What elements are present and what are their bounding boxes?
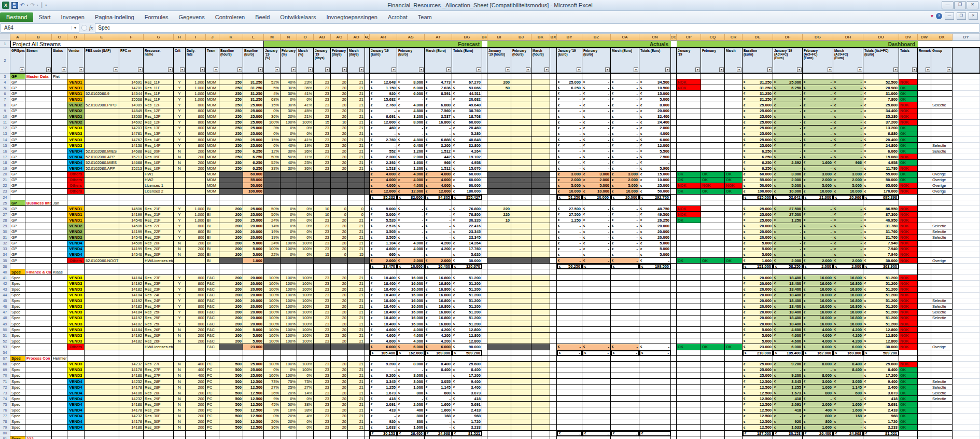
cell-A30[interactable]: GP xyxy=(10,229,25,235)
cell-N70[interactable]: 100% xyxy=(281,373,297,379)
cell-J36[interactable] xyxy=(206,264,219,269)
cell-I14[interactable]: 800 xyxy=(186,137,206,143)
cell-I78[interactable]: 200 xyxy=(186,419,206,425)
cell-DW78[interactable] xyxy=(918,419,931,425)
cell-I40[interactable] xyxy=(186,269,206,275)
cell-L36[interactable] xyxy=(243,264,264,269)
row-header-70[interactable]: 70 xyxy=(0,373,10,379)
cell-BK74[interactable] xyxy=(531,396,550,402)
cell-D67[interactable] xyxy=(67,356,85,362)
cell-C26[interactable] xyxy=(52,206,67,212)
cell-AB46[interactable]: 23 xyxy=(314,304,331,310)
cell-BI53[interactable] xyxy=(487,344,511,350)
cell-G8[interactable]: Res_12F xyxy=(144,102,174,108)
cell-DX33[interactable] xyxy=(931,246,953,252)
cell-G7[interactable]: Res_11F xyxy=(144,97,174,102)
cell-DV67[interactable] xyxy=(899,356,918,362)
cell-H27[interactable]: Y xyxy=(174,212,186,217)
cell-BY18[interactable]: €- xyxy=(557,160,582,166)
cell-DE26[interactable]: €25.000 xyxy=(743,206,773,212)
cell-G80[interactable] xyxy=(144,431,174,436)
cell-BX22[interactable] xyxy=(550,183,557,189)
cell-AD48[interactable]: 21 xyxy=(348,315,365,321)
cell-K25[interactable] xyxy=(219,200,243,206)
cell-DX26[interactable] xyxy=(931,206,953,212)
cell-BH79[interactable] xyxy=(482,425,487,431)
cell-CQ22[interactable]: NOK xyxy=(701,183,725,189)
cell-BK73[interactable] xyxy=(531,390,550,396)
cell-BH8[interactable] xyxy=(482,102,487,108)
cell-BY71[interactable] xyxy=(557,379,582,385)
cell-DY36[interactable] xyxy=(953,264,980,269)
cell-AT9[interactable]: €7.560 xyxy=(425,108,452,114)
cell-O31[interactable]: 0% xyxy=(297,235,314,241)
cell-CO54[interactable] xyxy=(671,350,677,356)
cell-O8[interactable]: 41% xyxy=(297,102,314,108)
undo-dropdown-icon[interactable]: ▾ xyxy=(26,3,28,8)
cell-L50[interactable]: 5.000 xyxy=(243,327,264,333)
cell-AB9[interactable]: 23 xyxy=(314,108,331,114)
cell-AR70[interactable]: €9.200 xyxy=(370,373,397,379)
field-header-CP[interactable]: January '19▼ xyxy=(677,48,701,74)
cell-BJ49[interactable] xyxy=(511,321,531,327)
cell-CP52[interactable] xyxy=(677,338,701,344)
cell-D20[interactable]: Others xyxy=(67,172,85,177)
cell-C29[interactable] xyxy=(52,223,67,229)
cell-C6[interactable] xyxy=(52,91,67,97)
cell-M46[interactable]: 100% xyxy=(264,304,281,310)
cell-BH44[interactable] xyxy=(482,293,487,298)
cell-DH40[interactable] xyxy=(833,269,863,275)
cell-N28[interactable]: 0% xyxy=(281,217,297,223)
cell-F18[interactable]: 14688 xyxy=(119,160,144,166)
cell-AD29[interactable]: 21 xyxy=(348,223,365,229)
cell-CR11[interactable] xyxy=(725,120,743,126)
cell-CO31[interactable] xyxy=(671,235,677,241)
cell-DW20[interactable] xyxy=(918,172,931,177)
cell-DF4[interactable]: €25.000 xyxy=(773,79,803,85)
cell-M21[interactable] xyxy=(264,177,281,183)
cell-DX32[interactable] xyxy=(931,241,953,246)
cell-BG31[interactable]: €23.345 xyxy=(452,235,482,241)
cell-C3[interactable]: Piet xyxy=(52,74,67,79)
cell-A32[interactable]: GP xyxy=(10,241,25,246)
cell-DV15[interactable]: OK xyxy=(899,143,918,148)
cell-DH6[interactable]: €- xyxy=(833,91,863,97)
cell-CP50[interactable] xyxy=(677,327,701,333)
cell-BX20[interactable] xyxy=(550,172,557,177)
cell-M52[interactable]: 100% xyxy=(264,338,281,344)
cell-BG8[interactable]: €49.648 xyxy=(452,102,482,108)
cell-A33[interactable]: GP xyxy=(10,246,25,252)
cell-CN80[interactable]: €- xyxy=(639,431,671,436)
cell-BY6[interactable]: €- xyxy=(557,91,582,97)
cell-H4[interactable]: Y xyxy=(174,79,186,85)
cell-J72[interactable]: PC xyxy=(206,385,219,390)
cell-DG13[interactable]: €- xyxy=(803,131,833,137)
cell-AB74[interactable]: 23 xyxy=(314,396,331,402)
cell-BH75[interactable] xyxy=(482,402,487,407)
cell-AC35[interactable] xyxy=(331,258,348,264)
cell-BY13[interactable]: €- xyxy=(557,131,582,137)
cell-D44[interactable]: VEND3 xyxy=(67,293,85,298)
cell-CQ3[interactable] xyxy=(701,74,725,79)
cell-G12[interactable]: Res_13F xyxy=(144,126,174,131)
cell-K33[interactable]: 200 xyxy=(219,246,243,252)
cell-BG36[interactable]: €320.670 xyxy=(452,264,482,269)
cell-F81[interactable] xyxy=(119,436,144,439)
cell-DH79[interactable]: €- xyxy=(833,425,863,431)
cell-CO48[interactable] xyxy=(671,315,677,321)
row-header-51[interactable]: 51 xyxy=(0,333,10,338)
cell-DW49[interactable] xyxy=(918,321,931,327)
row-header-81[interactable]: 81 xyxy=(0,436,10,439)
cell-CA15[interactable]: €- xyxy=(611,143,639,148)
cell-J43[interactable]: F&C xyxy=(206,286,219,292)
cell-CO29[interactable] xyxy=(671,223,677,229)
cell-AR71[interactable]: €3.345 xyxy=(370,379,397,385)
cell-AD44[interactable]: 21 xyxy=(348,293,365,298)
cell-D35[interactable]: Others xyxy=(67,258,85,264)
cell-BJ46[interactable] xyxy=(511,304,531,310)
cell-AS79[interactable]: €1.600 xyxy=(397,425,425,431)
cell-DW11[interactable] xyxy=(918,120,931,126)
cell-BX68[interactable] xyxy=(550,362,557,367)
cell-F4[interactable]: 14691 xyxy=(119,79,144,85)
cell-J47[interactable]: F&C xyxy=(206,310,219,315)
